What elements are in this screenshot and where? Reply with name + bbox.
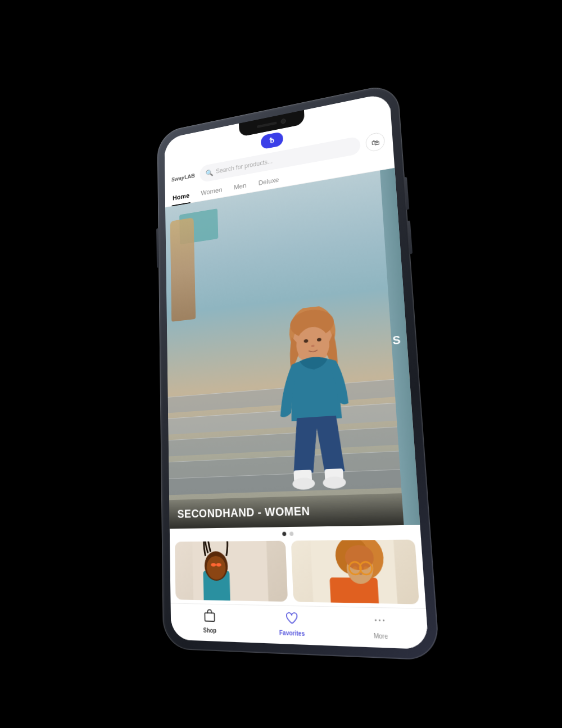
- volume-up-button: [404, 177, 409, 210]
- svg-point-32: [383, 620, 384, 621]
- svg-point-31: [379, 620, 380, 621]
- tab-men[interactable]: Men: [233, 178, 248, 195]
- search-placeholder-text: Search for products...: [216, 157, 273, 175]
- woman-figure: [258, 301, 379, 503]
- svg-rect-29: [205, 613, 215, 621]
- speaker: [257, 121, 277, 128]
- card-2-art: [291, 540, 419, 604]
- hero-banner-title: SECONDHAND - WOMEN: [177, 504, 310, 520]
- nav-shop[interactable]: Shop: [171, 608, 250, 635]
- nav-favorites[interactable]: Favorites: [250, 610, 336, 638]
- power-button: [156, 228, 159, 268]
- cards-section: [170, 539, 426, 608]
- hero-carousel[interactable]: SECONDHAND - WOMEN S: [165, 168, 420, 529]
- favorites-label: Favorites: [279, 629, 305, 637]
- app-logo-icon: ᵬ: [270, 136, 274, 145]
- logo: SwayLAB: [171, 172, 195, 183]
- coat-prop: [170, 217, 196, 322]
- cart-button[interactable]: 🛍: [365, 131, 386, 153]
- favorites-icon: [285, 611, 298, 629]
- slide-peek-letter: S: [392, 333, 401, 347]
- shop-label: Shop: [203, 627, 216, 634]
- hero-background: SECONDHAND - WOMEN: [165, 168, 420, 529]
- dot-1[interactable]: [282, 532, 286, 536]
- shop-icon: [203, 609, 215, 625]
- search-icon: 🔍: [205, 169, 213, 178]
- hero-banner-overlay: SECONDHAND - WOMEN: [169, 493, 420, 529]
- more-label: More: [374, 633, 388, 640]
- svg-point-30: [375, 619, 377, 621]
- cart-icon: 🛍: [371, 137, 380, 148]
- card-women-braids[interactable]: [175, 541, 288, 602]
- more-icon: [373, 613, 387, 631]
- app-content: ᵬ SwayLAB 🔍 Search for products... 🛍: [165, 107, 429, 649]
- card-women-glasses[interactable]: [291, 540, 419, 604]
- front-camera: [280, 119, 285, 125]
- volume-down-button: [407, 220, 413, 254]
- app-badge: ᵬ: [261, 131, 283, 149]
- card-1-art: [175, 541, 288, 602]
- nav-more[interactable]: More: [334, 612, 428, 641]
- phone-screen: ᵬ SwayLAB 🔍 Search for products... 🛍: [164, 93, 429, 650]
- phone-mockup: ᵬ SwayLAB 🔍 Search for products... 🛍: [157, 83, 440, 661]
- dot-2[interactable]: [289, 531, 293, 536]
- hero-slide-1: SECONDHAND - WOMEN S: [165, 168, 420, 529]
